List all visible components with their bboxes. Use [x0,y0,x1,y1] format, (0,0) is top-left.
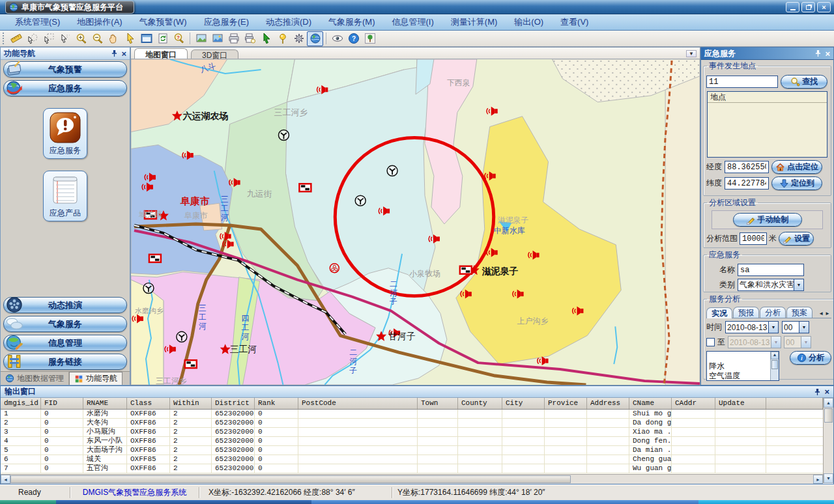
select-rect-button[interactable] [40,31,57,46]
to-checkbox[interactable] [706,338,715,346]
map-tab-dropdown-icon[interactable]: ▼ [686,50,697,57]
scroll-up-icon[interactable]: ▲ [771,352,779,359]
menu-weather-warning[interactable]: 气象预警(W) [131,14,195,30]
column-header-Rank[interactable]: Rank [255,398,298,409]
select-cursor-button[interactable] [57,31,73,46]
identify-button[interactable]: ? [171,31,187,46]
table-row[interactable]: 50大面场子沟OXFF8626523020000Da mian ... [1,446,823,455]
measure-button[interactable] [8,31,24,46]
column-header-Provice[interactable]: Provice [545,398,587,409]
analysis-tab-2[interactable]: 预报 [733,307,759,318]
sidebar-group-weather-service[interactable]: 气象服务 [3,316,127,332]
panel-button-emergency-service[interactable]: 应急服务 [43,108,87,159]
table-row[interactable]: 60城关OXFF8526523020000Cheng guan [1,455,823,464]
column-header-County[interactable]: County [458,398,502,409]
scroll-right-icon[interactable]: ► [813,475,823,484]
column-header-District[interactable]: District [212,398,255,409]
latitude-input[interactable] [725,177,769,189]
pointer-button[interactable] [122,31,138,46]
scroll-down-icon[interactable]: ▼ [824,473,833,483]
menu-dynamic-deduction[interactable]: 动态推演(D) [257,14,320,30]
flag-marker[interactable] [149,255,161,262]
tab-3d-window[interactable]: 3D窗口 [191,49,238,59]
dropdown-arrow-icon[interactable]: ▼ [794,279,803,290]
date-select[interactable]: 2010-08-13▼ [725,321,779,333]
location-list[interactable]: 地点 [707,91,827,158]
map-canvas[interactable]: 八斗六运湖农场三工河乡下西泉九运街阜康市城关镇阜康市滋泥泉子中新水库滋泥泉子小泉… [131,59,700,385]
scroll-up-icon[interactable]: ▲ [824,398,833,408]
horizontal-scroll-thumb[interactable] [10,475,571,483]
sidebar-tab-function-nav[interactable]: 功能导航 [69,372,122,385]
analyze-button[interactable]: i分析 [790,351,831,365]
column-header-Update[interactable]: Update [715,398,766,409]
station-circle-marker[interactable] [143,283,154,294]
menu-emergency-service[interactable]: 应急服务(E) [195,14,257,30]
station-circle-marker[interactable] [355,195,366,206]
sidebar-group-dynamic-deduction[interactable]: 动态推演 [3,297,127,313]
table-horizontal-scrollbar[interactable]: ◄ ► [1,474,823,484]
print-button[interactable] [225,31,242,46]
element-row[interactable] [707,352,779,361]
click-locate-button[interactable]: 点击定位 [771,160,822,174]
menu-measure-calc[interactable]: 测量计算(M) [442,14,506,30]
dropdown-arrow-icon[interactable]: ▼ [799,322,809,333]
hour-select[interactable]: 00▼ [782,321,809,333]
vertical-scroll-thumb[interactable] [824,408,833,423]
sidebar-group-service-links[interactable]: 服务链接 [3,354,127,370]
list-scrollbar[interactable]: ▲ [770,352,779,380]
column-header-RNAME[interactable]: RNAME [83,398,127,409]
pan-button[interactable] [106,31,122,46]
menu-system[interactable]: 系统管理(S) [7,14,68,30]
close-panel-icon[interactable]: × [121,49,126,58]
sidebar-group-info-management[interactable]: 信息管理 [3,335,127,351]
restore-button[interactable] [801,2,815,12]
pin-icon[interactable] [815,49,821,57]
panel-button-emergency-product[interactable]: 应急产品 [43,171,87,221]
analysis-tab-4[interactable]: 预案 [786,307,812,318]
toolbar-grip[interactable] [3,33,5,44]
station-circle-marker[interactable] [387,165,397,176]
menu-info-management[interactable]: 信息管理(I) [384,14,442,30]
settings-button[interactable] [291,31,307,46]
tab-scroll-right-icon[interactable]: ► [825,311,831,316]
column-header-City[interactable]: City [502,398,545,409]
element-list[interactable]: 降水空气温度▲ [706,351,779,381]
column-header-Town[interactable]: Town [418,398,458,409]
zoom-out-button[interactable] [89,31,106,46]
longitude-input[interactable] [725,161,769,173]
menu-map-operations[interactable]: 地图操作(A) [68,14,130,30]
table-row[interactable]: 20大冬沟OXFF8626523020000Da dong gou [1,419,823,428]
eye-button[interactable] [329,31,345,46]
close-button[interactable]: × [817,2,831,12]
minimize-button[interactable] [786,2,799,12]
column-header-CAddr[interactable]: CAddr [672,398,715,409]
find-button[interactable]: 查找 [781,75,827,89]
refresh-button[interactable] [154,31,171,46]
menu-weather-service[interactable]: 气象服务(M) [320,14,384,30]
column-header-CName[interactable]: CName [629,398,672,409]
tab-scroll-left-icon[interactable]: ◄ [818,311,825,316]
menu-output[interactable]: 输出(O) [506,14,552,30]
flag-marker[interactable] [299,184,311,191]
select-polygon-button[interactable] [24,31,40,46]
flag-marker[interactable] [185,360,197,368]
zoom-in-button[interactable] [73,31,89,46]
full-extent-button[interactable] [138,31,154,46]
column-header-Class[interactable]: Class [127,398,170,409]
pin-icon[interactable] [814,388,820,396]
pushpin-button[interactable] [274,31,291,46]
service-name-input[interactable] [738,264,804,276]
sidebar-group-weather-warning[interactable]: 气象预警 [3,61,127,77]
service-type-select[interactable]: 气象和洪水灾害▼ [738,279,804,291]
sidebar-group-emergency-service[interactable]: 应急服务 [3,80,127,96]
tab-map-window[interactable]: 地图窗口 [134,48,188,59]
dropdown-arrow-icon[interactable]: ▼ [768,322,778,333]
globe-button[interactable] [307,31,323,46]
table-row[interactable]: 30小马厩沟OXFF8626523020000Xiao ma ... [1,428,823,437]
element-row[interactable]: 空气温度 [707,371,779,381]
close-panel-icon[interactable]: × [825,49,830,58]
print-preview-button[interactable] [242,31,258,46]
close-panel-icon[interactable]: × [824,387,829,396]
analysis-range-input[interactable] [740,232,767,245]
analysis-tab-1[interactable]: 实况 [706,307,732,318]
